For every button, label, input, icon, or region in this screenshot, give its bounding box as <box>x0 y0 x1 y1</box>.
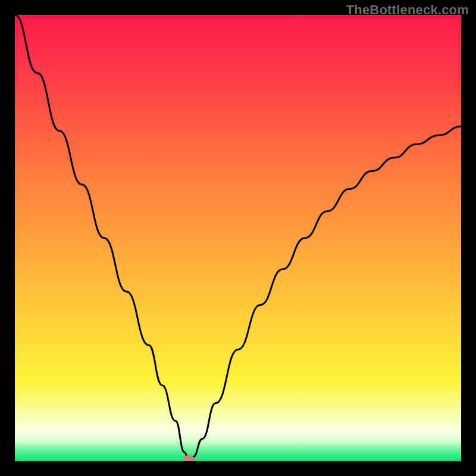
chart-svg <box>15 15 461 461</box>
plot-area <box>15 15 461 461</box>
chart-frame: TheBottleneck.com <box>0 0 476 476</box>
gradient-background <box>15 15 461 461</box>
